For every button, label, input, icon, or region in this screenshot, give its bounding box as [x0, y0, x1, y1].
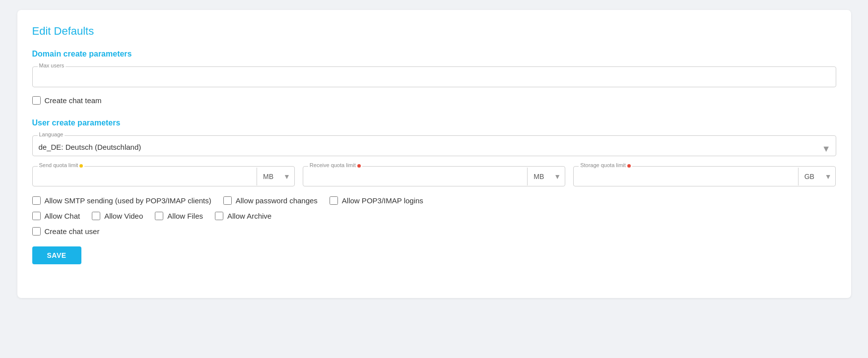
allow-pop3-item[interactable]: Allow POP3/IMAP logins: [330, 196, 423, 205]
allow-password-item[interactable]: Allow password changes: [223, 196, 318, 205]
send-quota-chevron-icon: ▼: [283, 173, 290, 180]
allow-pop3-label[interactable]: Allow POP3/IMAP logins: [342, 196, 423, 205]
create-chat-team-item[interactable]: Create chat team: [32, 96, 836, 105]
send-quota-unit-dropdown[interactable]: MB GB TB: [261, 168, 283, 185]
max-users-label: Max users: [38, 62, 66, 68]
storage-quota-unit-select[interactable]: GB MB TB ▼: [798, 168, 836, 185]
receive-quota-input[interactable]: [303, 167, 527, 186]
allow-chat-label[interactable]: Allow Chat: [45, 212, 80, 220]
send-quota-input[interactable]: [33, 167, 257, 186]
allow-files-item[interactable]: Allow Files: [155, 212, 203, 220]
storage-quota-chevron-icon: ▼: [825, 173, 832, 180]
max-users-input[interactable]: 69: [39, 74, 830, 82]
allow-video-checkbox[interactable]: [92, 212, 100, 220]
create-chat-user-row: Create chat user: [32, 227, 836, 236]
allow-archive-item[interactable]: Allow Archive: [215, 212, 271, 220]
storage-quota-unit-dropdown[interactable]: GB MB TB: [802, 168, 825, 185]
domain-section-title: Domain create parameters: [32, 50, 836, 59]
create-chat-user-item[interactable]: Create chat user: [32, 227, 100, 236]
receive-quota-required-dot: [357, 164, 361, 168]
allow-chat-checkbox[interactable]: [32, 212, 41, 220]
allow-password-label[interactable]: Allow password changes: [236, 196, 318, 205]
allow-video-item[interactable]: Allow Video: [92, 212, 143, 220]
receive-quota-unit-select[interactable]: MB GB TB ▼: [527, 168, 565, 185]
allow-password-checkbox[interactable]: [223, 196, 232, 205]
allow-archive-checkbox[interactable]: [215, 212, 223, 220]
receive-quota-field[interactable]: Receive quota limit MB GB TB ▼: [303, 166, 565, 186]
receive-quota-label: Receive quota limit: [308, 162, 362, 168]
allow-smtp-checkbox[interactable]: [32, 196, 41, 205]
allow-files-checkbox[interactable]: [155, 212, 163, 220]
allow-smtp-item[interactable]: Allow SMTP sending (used by POP3/IMAP cl…: [32, 196, 211, 205]
user-section-title: User create parameters: [32, 119, 836, 127]
create-chat-user-checkbox[interactable]: [32, 227, 41, 236]
user-section: User create parameters Language de_DE: D…: [32, 119, 836, 264]
checkboxes-row-1: Allow SMTP sending (used by POP3/IMAP cl…: [32, 196, 836, 205]
create-chat-user-label[interactable]: Create chat user: [45, 227, 100, 236]
send-quota-label: Send quota limit: [38, 162, 85, 168]
allow-files-label[interactable]: Allow Files: [167, 212, 203, 220]
language-field[interactable]: Language de_DE: Deutsch (Deutschland) en…: [32, 135, 836, 156]
language-label: Language: [38, 131, 65, 137]
storage-quota-input[interactable]: 420: [574, 167, 798, 186]
create-chat-team-checkbox[interactable]: [32, 96, 41, 105]
storage-quota-field[interactable]: Storage quota limit 420 GB MB TB ▼: [573, 166, 836, 186]
storage-quota-required-dot: [627, 164, 631, 168]
send-quota-field[interactable]: Send quota limit MB GB TB ▼: [32, 166, 295, 186]
edit-defaults-card: Edit Defaults Domain create parameters M…: [17, 10, 851, 298]
receive-quota-unit-dropdown[interactable]: MB GB TB: [532, 168, 554, 185]
allow-chat-item[interactable]: Allow Chat: [32, 212, 80, 220]
create-chat-team-label[interactable]: Create chat team: [45, 96, 102, 105]
allow-archive-label[interactable]: Allow Archive: [227, 212, 271, 220]
send-quota-required-dot: [79, 164, 83, 168]
allow-pop3-checkbox[interactable]: [330, 196, 338, 205]
domain-section: Domain create parameters Max users 69 Cr…: [32, 50, 836, 105]
storage-quota-label: Storage quota limit: [579, 162, 632, 168]
allow-smtp-label[interactable]: Allow SMTP sending (used by POP3/IMAP cl…: [45, 196, 211, 205]
language-select[interactable]: de_DE: Deutsch (Deutschland) en_US: Engl…: [39, 143, 818, 151]
save-button[interactable]: SAVE: [32, 246, 81, 264]
quota-row: Send quota limit MB GB TB ▼ Receive quot…: [32, 166, 836, 186]
receive-quota-chevron-icon: ▼: [554, 173, 561, 180]
send-quota-unit-select[interactable]: MB GB TB ▼: [257, 168, 294, 185]
allow-video-label[interactable]: Allow Video: [104, 212, 143, 220]
language-chevron-icon: ▼: [822, 144, 831, 154]
page-title: Edit Defaults: [32, 25, 836, 38]
max-users-field[interactable]: Max users 69: [32, 66, 836, 87]
checkboxes-row-2: Allow Chat Allow Video Allow Files Allow…: [32, 212, 836, 220]
